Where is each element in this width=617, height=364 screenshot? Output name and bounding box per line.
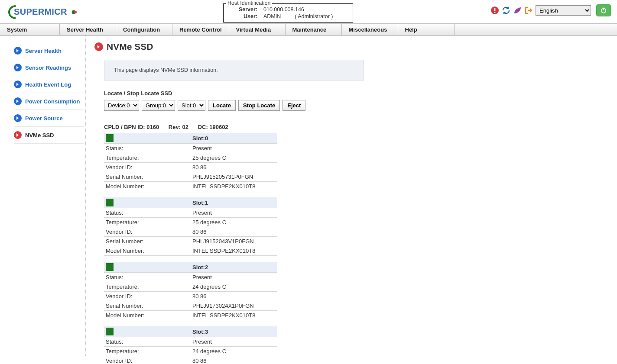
- topbar: SUPERMICR Host Identification Server: 01…: [0, 0, 617, 23]
- field-label: Model Number:: [104, 246, 191, 256]
- field-label: Vendor ID:: [104, 163, 191, 172]
- host-server-value: 010.000.008.146: [263, 6, 304, 13]
- field-value: Present: [191, 273, 277, 282]
- field-label: Model Number:: [104, 311, 191, 320]
- status-indicator: [106, 199, 114, 206]
- eject-button[interactable]: Eject: [283, 100, 305, 111]
- language-select[interactable]: English: [536, 5, 591, 16]
- slot-id: Slot:0: [191, 133, 277, 144]
- field-value: Present: [191, 337, 277, 347]
- field-value: 80 86: [191, 356, 277, 364]
- field-value: PHLJ9152043V1P0FGN: [191, 237, 277, 246]
- nav-help[interactable]: Help: [398, 24, 455, 35]
- host-server-label: Server:: [231, 6, 257, 13]
- sidebar-item-label: Server Health: [25, 48, 62, 54]
- nav-server-health[interactable]: Server Health: [60, 24, 116, 35]
- stop-locate-button[interactable]: Stop Locate: [238, 100, 280, 111]
- nav-virtual-media[interactable]: Virtual Media: [229, 24, 286, 35]
- nav-configuration[interactable]: Configuration: [116, 24, 172, 35]
- field-label: Serial Number:: [104, 237, 191, 246]
- status-indicator: [106, 263, 114, 271]
- host-user-label: User:: [231, 13, 257, 19]
- slot-table: Slot:3 Status:Present Temperature:24 deg…: [104, 326, 277, 364]
- host-user-value: ADMIN: [263, 13, 281, 19]
- field-value: INTEL SSDPE2KX010T8: [191, 311, 277, 320]
- field-label: Status:: [104, 273, 191, 282]
- field-label: Status:: [104, 144, 191, 153]
- sidebar-item-health-event-log[interactable]: Health Event Log: [14, 76, 84, 93]
- top-actions: English: [490, 4, 611, 16]
- slot-table: Slot:0 Status:Present Temperature:25 deg…: [104, 133, 277, 191]
- field-label: Temperature:: [104, 218, 191, 227]
- sidebar-item-label: Health Event Log: [25, 81, 71, 88]
- main-nav: System Server Health Configuration Remot…: [0, 23, 617, 35]
- cpld-rev: Rev: 02: [169, 124, 188, 130]
- slot-id: Slot:1: [191, 197, 277, 208]
- nav-maintenance[interactable]: Maintenance: [286, 24, 342, 35]
- sidebar-item-label: Power Source: [25, 115, 63, 122]
- field-label: Status:: [104, 208, 191, 218]
- svg-rect-7: [494, 12, 496, 13]
- power-button[interactable]: [596, 4, 611, 16]
- sidebar: Server Health Sensor Readings Health Eve…: [0, 35, 86, 356]
- sidebar-item-label: Sensor Readings: [25, 64, 71, 71]
- sidebar-item-nvme-ssd[interactable]: NVMe SSD: [14, 127, 84, 144]
- arrow-right-icon: [14, 47, 22, 55]
- device-select[interactable]: Device:0: [104, 100, 139, 111]
- sidebar-item-power-consumption[interactable]: Power Consumption: [14, 93, 84, 110]
- field-value: PHLJ9173024X1P0FGN: [191, 301, 277, 311]
- nav-miscellaneous[interactable]: Miscellaneous: [342, 24, 398, 35]
- leaf-icon[interactable]: [513, 6, 522, 15]
- arrow-right-icon: [94, 42, 103, 51]
- slot-id: Slot:3: [191, 326, 277, 337]
- status-indicator: [106, 328, 114, 335]
- status-indicator: [106, 134, 114, 142]
- arrow-right-icon: [14, 64, 22, 71]
- group-select[interactable]: Group:0: [142, 100, 175, 111]
- supermicro-logo: SUPERMICR: [8, 3, 86, 22]
- logout-icon[interactable]: [524, 6, 533, 15]
- arrow-right-icon: [14, 97, 22, 105]
- sidebar-item-server-health[interactable]: Server Health: [14, 42, 84, 59]
- sidebar-item-label: Power Consumption: [25, 98, 80, 105]
- page-title-text: NVMe SSD: [107, 42, 153, 52]
- svg-rect-6: [494, 8, 496, 11]
- arrow-right-icon: [14, 81, 22, 88]
- slot-table: Slot:2 Status:Present Temperature:24 deg…: [104, 262, 277, 320]
- nav-system[interactable]: System: [0, 24, 60, 35]
- field-value: 24 degrees C: [191, 347, 277, 356]
- svg-point-4: [74, 11, 77, 13]
- cpld-info: CPLD / BPN ID: 0160 Rev: 02 DC: 190602: [104, 124, 617, 130]
- slot-id: Slot:2: [191, 262, 277, 273]
- alert-icon[interactable]: [490, 6, 499, 15]
- field-value: PHLJ915205731P0FGN: [191, 172, 277, 182]
- field-value: 80 86: [191, 227, 277, 237]
- field-label: Vendor ID:: [104, 356, 191, 364]
- info-box: This page displays NVMe SSD information.: [104, 60, 364, 81]
- slot-table: Slot:1 Status:Present Temperature:25 deg…: [104, 197, 277, 256]
- field-value: 25 degrees C: [191, 218, 277, 227]
- field-label: Vendor ID:: [104, 292, 191, 301]
- sidebar-item-sensor-readings[interactable]: Sensor Readings: [14, 59, 84, 76]
- sidebar-item-power-source[interactable]: Power Source: [14, 110, 84, 127]
- field-value: 80 86: [191, 292, 277, 301]
- refresh-icon[interactable]: [502, 6, 510, 15]
- field-value: 24 degrees C: [191, 282, 277, 292]
- page-title: NVMe SSD: [94, 42, 617, 52]
- field-value: 25 degrees C: [191, 153, 277, 163]
- field-label: Temperature:: [104, 347, 191, 356]
- slot-select[interactable]: Slot:0: [178, 100, 205, 111]
- field-label: Vendor ID:: [104, 227, 191, 237]
- field-label: Temperature:: [104, 153, 191, 163]
- locate-controls: Device:0 Group:0 Slot:0 Locate Stop Loca…: [104, 100, 617, 111]
- locate-section-label: Locate / Stop Locate SSD: [104, 90, 617, 97]
- field-value: INTEL SSDPE2KX010T8: [191, 182, 277, 191]
- locate-button[interactable]: Locate: [208, 100, 236, 111]
- arrow-right-icon: [14, 114, 22, 122]
- slot-list: Slot:0 Status:Present Temperature:25 deg…: [94, 133, 617, 364]
- nav-remote-control[interactable]: Remote Control: [172, 24, 229, 35]
- svg-text:SUPERMICR: SUPERMICR: [14, 7, 67, 16]
- field-value: Present: [191, 144, 277, 153]
- arrow-right-icon: [14, 131, 22, 139]
- field-label: Status:: [104, 337, 191, 347]
